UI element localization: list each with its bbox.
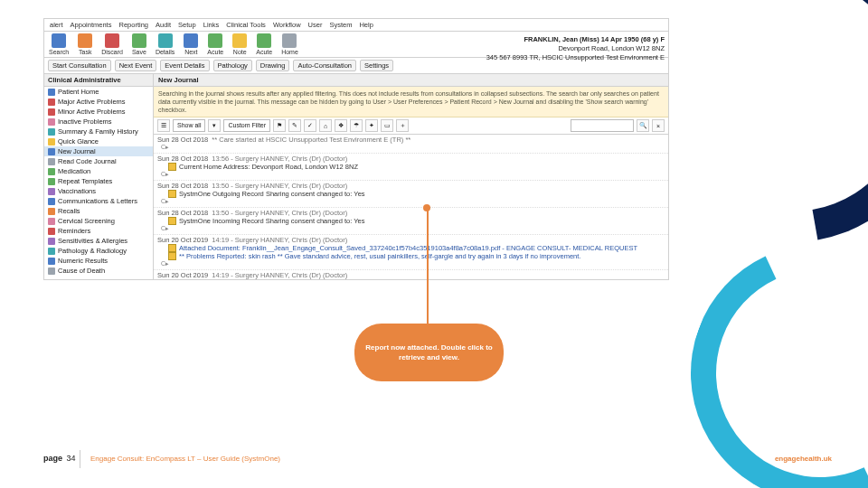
sidebar-item-communications-letters[interactable]: Communications & Letters (44, 196, 153, 206)
journal-entry[interactable]: Sun 20 Oct 201914:19 - Surgery HANNEY, C… (154, 235, 668, 270)
sidebar-item-icon (48, 218, 55, 225)
sidebar-item-repeat-templates[interactable]: Repeat Templates (44, 176, 153, 186)
tool-note[interactable]: Note (228, 32, 251, 57)
tool-home[interactable]: Home (277, 32, 303, 57)
sidebar-item-icon (48, 138, 55, 145)
sidebar-item-inactive-problems[interactable]: Inactive Problems (44, 117, 153, 127)
entry-line-text: Attached Document: Franklin__Jean_Engage… (179, 244, 637, 252)
journal-entries: Sun 28 Oct 2018** Care started at HSCIC … (154, 135, 668, 279)
entry-collapse-toggle[interactable]: C▸ (157, 171, 665, 178)
menu-alert[interactable]: alert (50, 21, 63, 29)
tab-settings[interactable]: Settings (360, 60, 393, 71)
tab-pathology[interactable]: Pathology (213, 60, 252, 71)
tool-task[interactable]: Task (73, 32, 97, 57)
filter-btn-9[interactable]: ＋ (396, 119, 409, 132)
menu-links[interactable]: Links (203, 21, 220, 29)
systmone-window: alertAppointmentsReportingAuditSetupLink… (43, 18, 669, 280)
filter-btn-8[interactable]: ▭ (381, 119, 393, 132)
filter-btn-1[interactable]: ⚑ (273, 119, 286, 132)
menu-help[interactable]: Help (359, 21, 373, 29)
sidebar-item-new-journal[interactable]: New Journal (44, 146, 153, 156)
clear-icon[interactable]: × (652, 119, 665, 132)
sidebar-item-summary-family-history[interactable]: Summary & Family History (44, 127, 153, 136)
entry-line-text: ** Problems Reported: skin rash ** Gave … (179, 252, 580, 260)
tool-next[interactable]: Next (179, 32, 203, 57)
journal-entry[interactable]: Sun 28 Oct 201813:50 - Surgery HANNEY, C… (154, 181, 668, 208)
menu-setup[interactable]: Setup (178, 21, 196, 29)
menu-audit[interactable]: Audit (156, 21, 171, 29)
custom-filter-dropdown[interactable]: Custom Filter (223, 119, 270, 132)
doc-icon (168, 217, 176, 225)
filter-show-dropdown[interactable]: Show all (173, 119, 205, 132)
journal-entry[interactable]: Sun 28 Oct 201813:56 - Surgery HANNEY, C… (154, 154, 668, 181)
sidebar-item-label: Major Active Problems (58, 98, 126, 106)
footer-divider (80, 450, 80, 468)
tool-save[interactable]: Save (127, 32, 151, 57)
tool-acute[interactable]: Acute (251, 32, 277, 57)
entry-collapse-toggle[interactable]: C▸ (157, 225, 665, 232)
sidebar-item-recalls[interactable]: Recalls (44, 206, 153, 216)
filter-btn-5[interactable]: ❖ (335, 119, 347, 132)
tab-event-details[interactable]: Event Details (160, 60, 209, 71)
sidebar-item-label: Numeric Results (58, 257, 108, 265)
menubar: alertAppointmentsReportingAuditSetupLink… (44, 19, 668, 32)
sidebar-item-cervical-screening[interactable]: Cervical Screening (44, 216, 153, 226)
sidebar-item-minor-active-problems[interactable]: Minor Active Problems (44, 107, 153, 117)
sidebar-item-numeric-results[interactable]: Numeric Results (44, 256, 153, 266)
entry-line: SystmOne Incoming Record Sharing consent… (157, 217, 665, 225)
discard-icon (105, 33, 119, 48)
filter-btn-7[interactable]: ✦ (365, 119, 378, 132)
filter-icon[interactable]: ☰ (157, 119, 170, 132)
filter-btn-4[interactable]: ⌂ (319, 119, 332, 132)
tool-details[interactable]: Details (151, 32, 179, 57)
journal-entry[interactable]: Sun 20 Oct 201914:19 - Surgery HANNEY, C… (154, 270, 668, 279)
sidebar-item-label: Quick Glance (58, 137, 99, 145)
sidebar-item-icon (48, 238, 55, 245)
annotation-bubble: Report now attached. Double click to ret… (354, 324, 504, 381)
journal-header: New Journal (154, 74, 668, 87)
menu-reporting[interactable]: Reporting (118, 21, 148, 29)
details-icon (158, 33, 173, 48)
search-icon[interactable]: 🔍 (637, 119, 649, 132)
tool-search[interactable]: Search (44, 32, 73, 57)
sidebar-item-quick-glance[interactable]: Quick Glance (44, 136, 153, 146)
filter-btn-6[interactable]: ☂ (350, 119, 363, 132)
menu-workflow[interactable]: Workflow (273, 21, 301, 29)
menu-appointments[interactable]: Appointments (71, 21, 112, 29)
tab-start-consultation[interactable]: Start Consultation (48, 60, 111, 71)
sidebar-item-reminders[interactable]: Reminders (44, 226, 153, 236)
entry-line[interactable]: ** Problems Reported: skin rash ** Gave … (157, 252, 665, 260)
filter-btn-3[interactable]: ✓ (304, 119, 316, 132)
sidebar-item-label: Cervical Screening (58, 217, 115, 225)
entry-collapse-toggle[interactable]: C▸ (157, 260, 665, 267)
tool-acute[interactable]: Acute (203, 32, 228, 57)
journal-entry[interactable]: Sun 28 Oct 201813:50 - Surgery HANNEY, C… (154, 208, 668, 235)
tab-drawing[interactable]: Drawing (256, 60, 290, 71)
tab-next-event[interactable]: Next Event (115, 60, 157, 71)
journal-entry[interactable]: Sun 28 Oct 2018** Care started at HSCIC … (154, 135, 668, 154)
sidebar-item-medication[interactable]: Medication (44, 166, 153, 176)
menu-user[interactable]: User (308, 21, 323, 29)
sidebar-item-read-code-journal[interactable]: Read Code Journal (44, 156, 153, 166)
patient-banner: FRANKLIN, Jean (Miss) 14 Apr 1950 (68 y)… (486, 35, 665, 62)
funnel-icon[interactable]: ▾ (208, 119, 221, 132)
menu-clinical-tools[interactable]: Clinical Tools (226, 21, 266, 29)
search-input[interactable] (571, 119, 634, 132)
entry-collapse-toggle[interactable]: C▸ (157, 198, 665, 205)
entry-collapse-toggle[interactable]: C▸ (157, 144, 665, 151)
sidebar-item-patient-home[interactable]: Patient Home (44, 87, 153, 97)
sidebar-item-label: Cause of Death (58, 267, 105, 275)
task-icon (78, 33, 92, 48)
sidebar-item-icon (48, 108, 55, 116)
sidebar-item-major-active-problems[interactable]: Major Active Problems (44, 97, 153, 107)
entry-line[interactable]: Attached Document: Franklin__Jean_Engage… (157, 244, 665, 252)
sidebar-item-icon (48, 228, 55, 235)
tab-auto-consultation[interactable]: Auto-Consultation (293, 60, 356, 71)
sidebar-item-pathology-radiology[interactable]: Pathology & Radiology (44, 246, 153, 256)
sidebar-item-vaccinations[interactable]: Vaccinations (44, 186, 153, 196)
sidebar-item-sensitivities-allergies[interactable]: Sensitivities & Allergies (44, 236, 153, 246)
menu-system[interactable]: System (329, 21, 352, 29)
tool-discard[interactable]: Discard (97, 32, 127, 57)
filter-btn-2[interactable]: ✎ (288, 119, 301, 132)
sidebar-item-cause-of-death[interactable]: Cause of Death (44, 266, 153, 276)
